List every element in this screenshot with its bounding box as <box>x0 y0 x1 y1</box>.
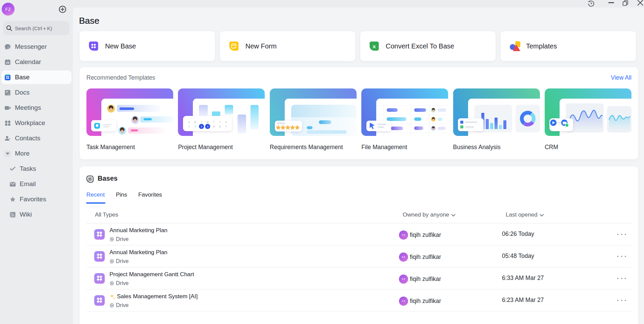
svg-text:x: x <box>373 43 376 49</box>
svg-text:6: 6 <box>219 125 221 128</box>
svg-text:3: 3 <box>201 125 202 128</box>
svg-text:7: 7 <box>226 125 227 128</box>
svg-text:S: S <box>188 121 190 123</box>
svg-text:S: S <box>225 121 227 123</box>
svg-text:2: 2 <box>195 125 196 128</box>
svg-text:4: 4 <box>207 125 208 128</box>
svg-text:1: 1 <box>188 125 190 128</box>
svg-text:29: 29 <box>6 61 9 64</box>
svg-text:T: T <box>213 121 215 123</box>
svg-text:M: M <box>195 121 196 123</box>
svg-text:T: T <box>201 121 202 123</box>
svg-text:F: F <box>219 121 221 123</box>
svg-text:W: W <box>207 121 209 123</box>
svg-text:5: 5 <box>213 125 215 128</box>
